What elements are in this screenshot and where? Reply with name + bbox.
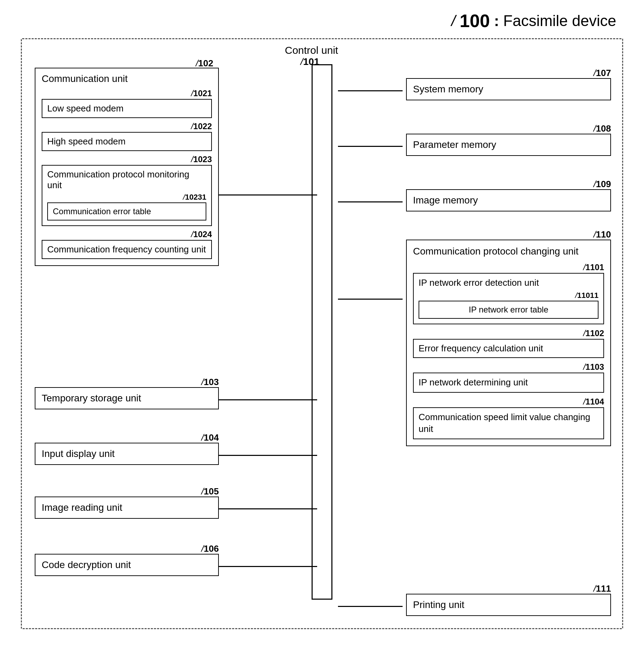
connector-comm-unit xyxy=(219,194,317,195)
comm-freq-label: Communication frequency counting unit xyxy=(47,244,206,255)
high-speed-modem-label: High speed modem xyxy=(47,136,125,147)
input-display-ref: /104 xyxy=(35,432,219,443)
printing-unit-ref: /111 xyxy=(406,583,611,594)
system-memory-ref: /107 xyxy=(406,68,611,78)
printing-unit-label: Printing unit xyxy=(413,599,464,610)
ip-error-table-box: IP network error table xyxy=(419,301,598,319)
connector-system-memory xyxy=(338,90,403,91)
image-memory-ref: /109 xyxy=(406,179,611,190)
comm-protocol-changing-outer: Communication protocol changing unit /11… xyxy=(406,240,611,446)
connector-comm-protocol xyxy=(338,299,403,300)
title-separator: : xyxy=(494,12,499,30)
comm-error-table-label: Communication error table xyxy=(53,207,151,216)
comm-protocol-mon-label: Communication protocol monitoring unit xyxy=(47,169,206,191)
title-area: / 100 : Facsimile device xyxy=(451,10,616,31)
comm-freq-box: Communication frequency counting unit xyxy=(42,240,212,259)
connector-image-memory xyxy=(338,201,403,202)
input-display-label: Input display unit xyxy=(42,448,115,459)
connector-image-reading xyxy=(219,508,317,509)
ip-net-det-label: IP network determining unit xyxy=(419,377,528,388)
ip-error-table-label: IP network error table xyxy=(469,305,548,314)
code-decrypt-ref: /106 xyxy=(35,543,219,554)
title-ref-tick: / xyxy=(451,12,455,30)
error-freq-calc-ref: /1102 xyxy=(413,328,604,338)
control-bar xyxy=(312,64,332,600)
comm-protocol-changing-ref: /110 xyxy=(406,229,611,240)
connector-printing-unit xyxy=(338,606,403,607)
code-decrypt-label: Code decryption unit xyxy=(42,559,131,570)
error-freq-calc-box: Error frequency calculation unit xyxy=(413,339,604,358)
low-speed-modem-box: Low speed modem xyxy=(42,99,212,118)
title-number: 100 xyxy=(460,10,490,31)
ip-error-detect-label: IP network error detection unit xyxy=(419,277,598,289)
comm-protocol-changing-label: Communication protocol changing unit xyxy=(413,245,604,258)
param-memory-label: Parameter memory xyxy=(413,139,496,150)
param-memory-ref: /108 xyxy=(406,123,611,134)
comm-unit-label: Communication unit xyxy=(42,73,212,84)
connector-temp-storage xyxy=(219,399,317,400)
code-decrypt-box: Code decryption unit xyxy=(35,554,219,576)
comm-unit-outer: /102 Communication unit /1021 Low speed … xyxy=(35,68,219,266)
ip-error-table-ref: /11011 xyxy=(419,291,598,300)
temp-storage-box: Temporary storage unit xyxy=(35,387,219,409)
system-memory-label: System memory xyxy=(413,84,483,94)
connector-code-decrypt xyxy=(219,566,317,567)
comm-protocol-mon-ref: /1023 xyxy=(42,155,212,164)
image-memory-label: Image memory xyxy=(413,195,478,206)
image-reading-label: Image reading unit xyxy=(42,502,122,513)
image-reading-ref: /105 xyxy=(35,486,219,497)
comm-speed-limit-box: Communication speed limit value changing… xyxy=(413,407,604,439)
image-memory-box: Image memory xyxy=(406,189,611,211)
low-speed-modem-label: Low speed modem xyxy=(47,103,124,114)
input-display-box: Input display unit xyxy=(35,443,219,465)
printing-unit-box: Printing unit xyxy=(406,594,611,616)
page-container: / 100 : Facsimile device Control unit /1… xyxy=(0,0,644,650)
comm-unit-ref: /102 xyxy=(196,58,213,69)
system-memory-box: System memory xyxy=(406,78,611,100)
comm-error-table-box: Communication error table xyxy=(47,202,206,220)
comm-protocol-mon-box: Communication protocol monitoring unit /… xyxy=(42,165,212,226)
ip-net-det-ref: /1103 xyxy=(413,362,604,372)
comm-speed-limit-ref: /1104 xyxy=(413,397,604,407)
error-freq-calc-label: Error frequency calculation unit xyxy=(419,343,543,353)
low-speed-modem-ref: /1021 xyxy=(42,89,212,98)
high-speed-modem-ref: /1022 xyxy=(42,122,212,131)
connector-param-memory xyxy=(338,146,403,147)
ip-error-detect-box: IP network error detection unit /11011 I… xyxy=(413,273,604,324)
ip-net-det-box: IP network determining unit xyxy=(413,373,604,393)
comm-error-table-ref: /10231 xyxy=(47,193,206,202)
comm-speed-limit-label: Communication speed limit value changing… xyxy=(419,412,590,434)
temp-storage-label: Temporary storage unit xyxy=(42,393,141,403)
param-memory-box: Parameter memory xyxy=(406,134,611,156)
high-speed-modem-box: High speed modem xyxy=(42,132,212,151)
control-unit-label: Control unit xyxy=(285,44,338,56)
comm-freq-ref: /1024 xyxy=(42,230,212,239)
image-reading-box: Image reading unit xyxy=(35,497,219,519)
ip-error-detect-ref: /1101 xyxy=(413,262,604,272)
temp-storage-ref: /103 xyxy=(35,377,219,388)
connector-input-display xyxy=(219,455,317,456)
title-text: Facsimile device xyxy=(503,12,616,30)
